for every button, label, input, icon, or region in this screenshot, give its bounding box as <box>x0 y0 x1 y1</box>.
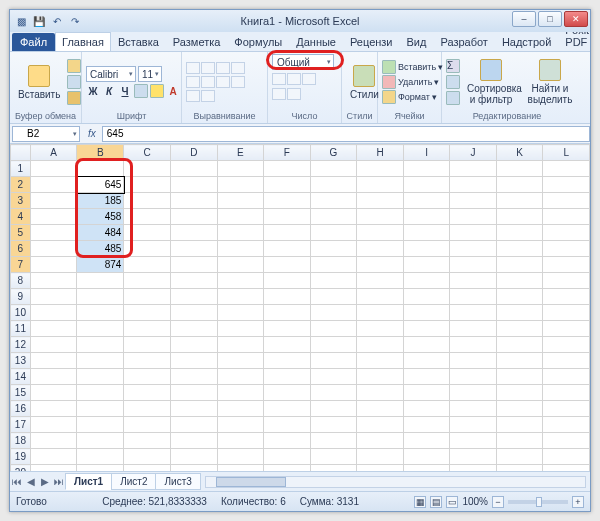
save-icon[interactable]: 💾 <box>32 14 46 28</box>
ribbon-tab-8[interactable]: Надстрой <box>495 32 558 51</box>
cell-C17[interactable] <box>124 417 171 433</box>
cell-G13[interactable] <box>310 353 357 369</box>
increase-indent-button[interactable] <box>201 90 215 102</box>
cell-D12[interactable] <box>170 337 217 353</box>
tab-prev-button[interactable]: ◀ <box>24 476 38 487</box>
cell-D13[interactable] <box>170 353 217 369</box>
cell-F5[interactable] <box>264 225 311 241</box>
cell-I7[interactable] <box>403 257 449 273</box>
cell-G15[interactable] <box>310 385 357 401</box>
col-header-A[interactable]: A <box>30 145 77 161</box>
cell-J16[interactable] <box>450 401 497 417</box>
row-header-13[interactable]: 13 <box>11 353 31 369</box>
col-header-L[interactable]: L <box>543 145 590 161</box>
cell-A2[interactable] <box>30 177 77 193</box>
cell-B2[interactable]: 645 <box>77 177 124 193</box>
row-header-9[interactable]: 9 <box>11 289 31 305</box>
cell-J17[interactable] <box>450 417 497 433</box>
cell-A9[interactable] <box>30 289 77 305</box>
cell-E6[interactable] <box>217 241 264 257</box>
cell-L15[interactable] <box>543 385 590 401</box>
cell-I4[interactable] <box>403 209 449 225</box>
cell-G6[interactable] <box>310 241 357 257</box>
cell-A4[interactable] <box>30 209 77 225</box>
underline-button[interactable]: Ч <box>118 84 132 98</box>
cell-A18[interactable] <box>30 433 77 449</box>
select-all-corner[interactable] <box>11 145 31 161</box>
cell-A12[interactable] <box>30 337 77 353</box>
cell-H13[interactable] <box>357 353 404 369</box>
cell-B12[interactable] <box>77 337 124 353</box>
cell-B10[interactable] <box>77 305 124 321</box>
cell-F3[interactable] <box>264 193 311 209</box>
cell-J4[interactable] <box>450 209 497 225</box>
cell-A8[interactable] <box>30 273 77 289</box>
font-name-combo[interactable]: Calibri <box>86 66 136 82</box>
cell-J6[interactable] <box>450 241 497 257</box>
cell-A16[interactable] <box>30 401 77 417</box>
cell-I13[interactable] <box>403 353 449 369</box>
close-button[interactable]: ✕ <box>564 11 588 27</box>
cell-I14[interactable] <box>403 369 449 385</box>
cell-K12[interactable] <box>496 337 543 353</box>
col-header-F[interactable]: F <box>264 145 311 161</box>
ribbon-tab-5[interactable]: Рецензи <box>343 32 400 51</box>
cell-G12[interactable] <box>310 337 357 353</box>
sheet-tab-1[interactable]: Лист2 <box>111 473 156 490</box>
cell-K15[interactable] <box>496 385 543 401</box>
col-header-C[interactable]: C <box>124 145 171 161</box>
cell-E1[interactable] <box>217 161 264 177</box>
row-header-5[interactable]: 5 <box>11 225 31 241</box>
zoom-in-button[interactable]: + <box>572 496 584 508</box>
fill-color-icon[interactable] <box>150 84 164 98</box>
cell-A13[interactable] <box>30 353 77 369</box>
cell-C19[interactable] <box>124 449 171 465</box>
cell-F8[interactable] <box>264 273 311 289</box>
cell-H17[interactable] <box>357 417 404 433</box>
cell-G17[interactable] <box>310 417 357 433</box>
ribbon-tab-4[interactable]: Данные <box>289 32 343 51</box>
col-header-I[interactable]: I <box>403 145 449 161</box>
cell-F20[interactable] <box>264 465 311 472</box>
cell-K6[interactable] <box>496 241 543 257</box>
cell-E3[interactable] <box>217 193 264 209</box>
decrease-indent-button[interactable] <box>186 90 200 102</box>
cell-A11[interactable] <box>30 321 77 337</box>
cell-D6[interactable] <box>170 241 217 257</box>
cell-L3[interactable] <box>543 193 590 209</box>
cell-L1[interactable] <box>543 161 590 177</box>
cell-J20[interactable] <box>450 465 497 472</box>
italic-button[interactable]: К <box>102 84 116 98</box>
cell-I6[interactable] <box>403 241 449 257</box>
wrap-text-button[interactable] <box>231 62 245 74</box>
cell-F16[interactable] <box>264 401 311 417</box>
cell-L17[interactable] <box>543 417 590 433</box>
cell-D17[interactable] <box>170 417 217 433</box>
cell-I11[interactable] <box>403 321 449 337</box>
cell-E8[interactable] <box>217 273 264 289</box>
cell-L19[interactable] <box>543 449 590 465</box>
cell-G7[interactable] <box>310 257 357 273</box>
cell-J12[interactable] <box>450 337 497 353</box>
cell-I20[interactable] <box>403 465 449 472</box>
cell-C8[interactable] <box>124 273 171 289</box>
cell-C20[interactable] <box>124 465 171 472</box>
cell-H7[interactable] <box>357 257 404 273</box>
cell-D20[interactable] <box>170 465 217 472</box>
cell-I18[interactable] <box>403 433 449 449</box>
cell-B16[interactable] <box>77 401 124 417</box>
row-header-16[interactable]: 16 <box>11 401 31 417</box>
cell-J3[interactable] <box>450 193 497 209</box>
cell-H16[interactable] <box>357 401 404 417</box>
align-right-button[interactable] <box>216 76 230 88</box>
cell-D16[interactable] <box>170 401 217 417</box>
cell-B15[interactable] <box>77 385 124 401</box>
ribbon-tab-2[interactable]: Разметка <box>166 32 228 51</box>
tab-first-button[interactable]: ⏮ <box>10 476 24 487</box>
align-top-button[interactable] <box>186 62 200 74</box>
cell-D19[interactable] <box>170 449 217 465</box>
cell-F13[interactable] <box>264 353 311 369</box>
view-layout-icon[interactable]: ▤ <box>430 496 442 508</box>
cell-C2[interactable] <box>124 177 171 193</box>
border-icon[interactable] <box>134 84 148 98</box>
